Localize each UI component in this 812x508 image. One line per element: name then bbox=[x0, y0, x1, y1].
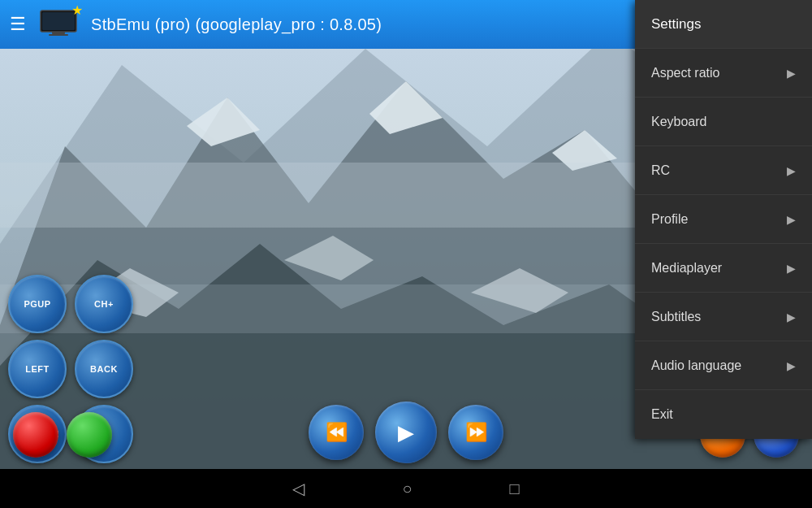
home-nav-icon[interactable]: ○ bbox=[402, 480, 412, 498]
menu-item-settings-label: Settings bbox=[651, 16, 701, 33]
audio-language-arrow: ▶ bbox=[787, 359, 796, 372]
svg-rect-14 bbox=[52, 32, 65, 34]
menu-item-aspect-ratio[interactable]: Aspect ratio ▶ bbox=[635, 49, 812, 98]
rewind-button[interactable]: ⏪ bbox=[309, 405, 364, 460]
menu-item-settings[interactable]: Settings bbox=[635, 0, 812, 49]
profile-arrow: ▶ bbox=[787, 213, 796, 226]
nav-bar: ◁ ○ □ bbox=[0, 469, 812, 508]
svg-rect-13 bbox=[42, 12, 75, 30]
menu-icon[interactable]: ☰ bbox=[10, 15, 26, 33]
dropdown-menu: Settings Aspect ratio ▶ Keyboard RC ▶ Pr… bbox=[635, 0, 812, 439]
pgup-button[interactable]: PGUP bbox=[8, 275, 67, 333]
svg-rect-15 bbox=[49, 34, 68, 36]
mediaplayer-arrow: ▶ bbox=[787, 262, 796, 275]
menu-item-exit[interactable]: Exit bbox=[635, 390, 812, 439]
tv-icon-container: ★ bbox=[37, 7, 80, 41]
controls-row-1: PGUP CH+ bbox=[8, 275, 133, 333]
subtitles-arrow: ▶ bbox=[787, 310, 796, 323]
menu-item-aspect-ratio-label: Aspect ratio bbox=[651, 66, 719, 80]
app-title: StbEmu (pro) (googleplay_pro : 0.8.05) bbox=[91, 15, 382, 34]
back-button[interactable]: BACK bbox=[75, 340, 133, 398]
aspect-ratio-arrow: ▶ bbox=[787, 67, 796, 80]
menu-item-rc-label: RC bbox=[651, 163, 670, 178]
menu-item-subtitles[interactable]: Subtitles ▶ bbox=[635, 293, 812, 341]
recent-nav-icon[interactable]: □ bbox=[510, 480, 520, 498]
menu-item-profile[interactable]: Profile ▶ bbox=[635, 195, 812, 244]
menu-item-exit-label: Exit bbox=[651, 407, 673, 422]
menu-item-subtitles-label: Subtitles bbox=[651, 310, 701, 324]
rc-arrow: ▶ bbox=[787, 164, 796, 177]
menu-item-rc[interactable]: RC ▶ bbox=[635, 146, 812, 195]
fastforward-button[interactable]: ⏩ bbox=[448, 405, 503, 460]
menu-item-audio-language[interactable]: Audio language ▶ bbox=[635, 341, 812, 390]
back-nav-icon[interactable]: ◁ bbox=[292, 479, 304, 498]
play-button[interactable]: ▶ bbox=[375, 402, 437, 463]
menu-item-keyboard[interactable]: Keyboard bbox=[635, 98, 812, 146]
star-badge: ★ bbox=[71, 2, 83, 18]
menu-item-mediaplayer-label: Mediaplayer bbox=[651, 261, 722, 276]
menu-item-audio-language-label: Audio language bbox=[651, 358, 741, 373]
chplus-button[interactable]: CH+ bbox=[75, 275, 133, 333]
menu-item-keyboard-label: Keyboard bbox=[651, 115, 707, 129]
left-button[interactable]: LEFT bbox=[8, 340, 67, 398]
controls-row-2: LEFT BACK bbox=[8, 340, 133, 398]
menu-item-profile-label: Profile bbox=[651, 212, 688, 227]
menu-item-mediaplayer[interactable]: Mediaplayer ▶ bbox=[635, 244, 812, 293]
